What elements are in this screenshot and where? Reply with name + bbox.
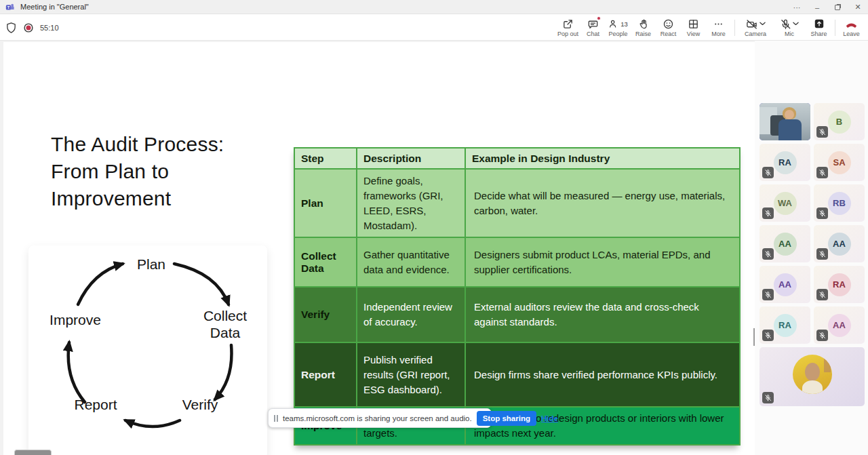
audit-process-table: Step Description Example in Design Indus… — [294, 147, 739, 446]
mute-badge — [816, 167, 828, 178]
muted-mic-icon — [818, 128, 826, 136]
react-button[interactable]: React — [656, 18, 681, 37]
participant-tile[interactable]: B — [814, 103, 865, 140]
titlebar-more-button[interactable]: ··· — [787, 0, 807, 14]
mic-chevron-icon[interactable] — [793, 22, 799, 26]
step-cell: Collect Data — [294, 237, 357, 287]
stop-sharing-button[interactable]: Stop sharing — [477, 411, 536, 426]
participant-tile[interactable]: AA — [760, 266, 810, 303]
more-dots-icon — [713, 18, 724, 30]
maximize-button[interactable] — [827, 0, 848, 14]
recording-indicator-icon — [23, 22, 34, 33]
participant-tile[interactable]: RB — [814, 184, 865, 222]
muted-mic-icon — [818, 210, 826, 217]
meeting-toolbar: 55:10 Pop out Chat — [0, 14, 868, 41]
pop-out-icon — [562, 18, 574, 30]
avatar: RB — [828, 192, 851, 215]
hide-banner-link[interactable]: Hide — [541, 414, 558, 422]
table-row: Collect Data Gather quantitative data an… — [294, 237, 740, 287]
mute-badge — [816, 126, 828, 138]
leave-button[interactable]: Leave — [839, 18, 864, 37]
muted-mic-icon — [818, 250, 826, 258]
participant-tile[interactable]: WA — [760, 184, 810, 222]
mute-badge — [762, 392, 774, 403]
participant-photo-tile[interactable] — [760, 347, 865, 406]
pop-out-button[interactable]: Pop out — [555, 18, 580, 37]
cycle-label-verify: Verify — [182, 397, 218, 412]
mute-badge — [816, 207, 828, 219]
shield-icon[interactable] — [5, 22, 17, 33]
col-header-description: Description — [357, 148, 465, 169]
participant-video-tile[interactable] — [760, 103, 810, 140]
muted-mic-icon — [764, 169, 772, 176]
browser-share-banner: teams.microsoft.com is sharing your scre… — [268, 408, 492, 428]
table-header-row: Step Description Example in Design Indus… — [294, 148, 740, 169]
table-row: Report Publish verified results (GRI rep… — [294, 342, 740, 407]
description-cell: Independent review of accuracy. — [357, 287, 465, 342]
cycle-label-collect-data: Data — [210, 325, 241, 340]
window-titlebar: T Meeting in "General" ··· – ✕ — [0, 0, 868, 14]
audit-cycle-diagram: Plan Collect Data Verify Report Improve — [31, 242, 269, 452]
muted-mic-icon — [764, 250, 772, 258]
sidebar-resize-handle[interactable] — [753, 328, 755, 346]
share-button[interactable]: Share — [806, 18, 831, 37]
mute-badge — [762, 248, 774, 260]
avatar: AA — [828, 233, 851, 256]
avatar: AA — [828, 314, 851, 337]
raise-hand-button[interactable]: Raise — [631, 18, 656, 37]
participant-tile[interactable]: AA — [760, 225, 810, 262]
meeting-timer: 55:10 — [40, 24, 59, 32]
participant-tile[interactable]: RA — [760, 306, 810, 344]
camera-chevron-icon[interactable] — [760, 22, 766, 26]
muted-mic-icon — [764, 291, 772, 298]
example-cell: External auditors review the data and cr… — [465, 287, 740, 342]
muted-mic-icon — [818, 332, 826, 339]
cycle-label-plan: Plan — [137, 256, 165, 272]
arrow-collect-to-verify — [215, 345, 232, 399]
toolbar-divider — [734, 20, 735, 36]
slide-title-line: From Plan to — [51, 158, 275, 185]
view-grid-icon — [688, 18, 699, 30]
mute-badge — [816, 289, 828, 300]
close-button[interactable]: ✕ — [848, 0, 868, 14]
muted-mic-icon — [764, 210, 772, 217]
cycle-label-improve: Improve — [50, 312, 101, 328]
share-controls-stub[interactable] — [14, 450, 52, 455]
example-cell: Decide what will be measured — energy us… — [465, 169, 740, 237]
more-button[interactable]: More — [706, 18, 731, 37]
participant-tile[interactable]: RA — [760, 144, 810, 181]
toolbar-divider — [835, 20, 835, 36]
participant-tile[interactable]: AA — [814, 306, 865, 344]
raise-hand-icon — [638, 18, 649, 30]
minimize-button[interactable]: – — [807, 0, 827, 14]
view-button[interactable]: View — [681, 18, 706, 37]
chat-button[interactable]: Chat — [580, 18, 606, 37]
participant-tile[interactable]: RA — [814, 266, 865, 303]
step-cell: Verify — [294, 287, 357, 342]
description-cell: Publish verified results (GRI report, ES… — [357, 342, 465, 407]
banner-drag-handle-icon[interactable] — [274, 415, 278, 422]
description-cell: Define goals, frameworks (GRI, LEED, ESR… — [357, 169, 465, 237]
people-button[interactable]: 13 People — [606, 18, 631, 37]
mute-badge — [762, 289, 774, 300]
restore-icon — [835, 5, 840, 10]
mic-button[interactable]: Mic — [772, 18, 806, 37]
leave-call-icon — [845, 18, 858, 30]
example-cell: Designers submit product LCAs, material … — [465, 237, 740, 287]
slide-title-line: Improvement — [51, 185, 275, 212]
col-header-step: Step — [294, 148, 357, 169]
share-banner-text: teams.microsoft.com is sharing your scre… — [283, 414, 472, 422]
mute-badge — [762, 207, 774, 219]
avatar: AA — [774, 233, 797, 256]
avatar: B — [828, 111, 851, 134]
mute-badge — [762, 167, 774, 178]
slide-title: The Audit Process: From Plan to Improvem… — [51, 131, 275, 212]
table-row: Verify Independent review of accuracy. E… — [294, 287, 740, 342]
participant-tile[interactable]: AA — [814, 225, 865, 262]
react-smiley-icon — [663, 18, 674, 30]
cycle-label-report: Report — [74, 397, 117, 412]
participant-tile[interactable]: SA — [814, 144, 865, 181]
arrow-plan-to-collect — [174, 264, 229, 304]
camera-button[interactable]: Camera — [738, 18, 772, 37]
avatar: RA — [774, 314, 797, 337]
